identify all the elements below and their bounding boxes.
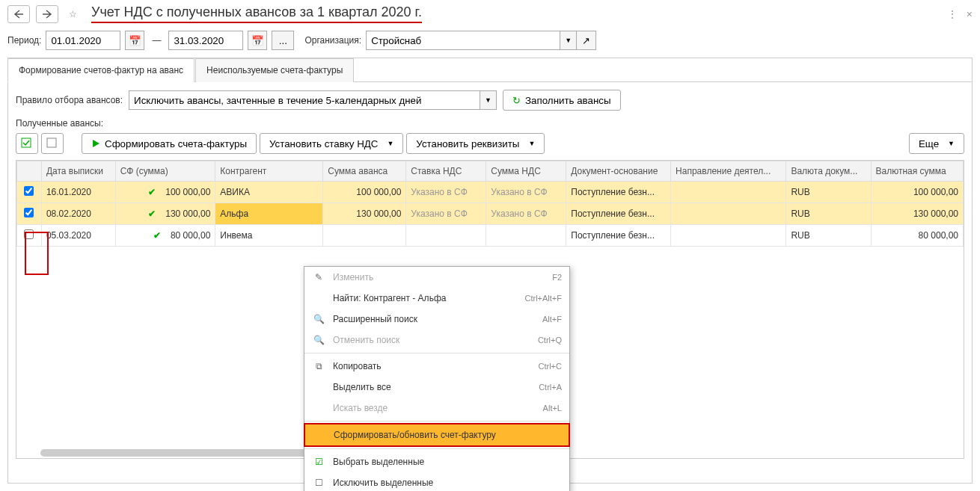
cell-vat[interactable]	[406, 225, 486, 247]
row-checkbox[interactable]	[24, 229, 34, 239]
more-button[interactable]: Еще▼	[909, 133, 964, 154]
cell-contragent[interactable]: АВИКА	[215, 182, 323, 203]
row-checkbox[interactable]	[24, 186, 34, 196]
cell-vat[interactable]: Указано в СФ	[406, 182, 486, 203]
ctx-form-update-invoice[interactable]: Сформировать/обновить счет-фактуру	[304, 423, 570, 447]
ctx-search-everywhere: Искать везде Alt+L	[304, 398, 569, 419]
cell-cursum[interactable]: 130 000,00	[871, 203, 964, 225]
chevron-down-icon: ▼	[948, 140, 955, 147]
col-header-contr[interactable]: Контрагент	[215, 161, 323, 182]
tab-form-invoices[interactable]: Формирование счетов-фактур на аванс	[7, 58, 195, 82]
chevron-down-icon: ▼	[485, 96, 491, 104]
select-all-button[interactable]	[16, 133, 38, 154]
horizontal-scrollbar[interactable]	[40, 449, 340, 457]
uncheck-all-icon	[46, 138, 58, 149]
org-dropdown-button[interactable]: ▼	[560, 31, 577, 50]
cell-sf[interactable]: ✔ 130 000,00	[115, 203, 215, 225]
cell-dir[interactable]	[671, 225, 786, 247]
table-row[interactable]: 05.03.2020 ✔ 80 000,00 Инвема Поступлени…	[17, 225, 964, 247]
search-icon: 🔍	[312, 314, 325, 324]
more-icon[interactable]: ⋮	[947, 8, 958, 20]
cell-doc[interactable]: Поступление безн...	[566, 203, 671, 225]
chevron-down-icon: ▼	[565, 37, 572, 44]
set-vat-button[interactable]: Установить ставку НДС▼	[260, 133, 403, 154]
cell-contragent[interactable]: Альфа	[215, 203, 323, 225]
rule-label: Правило отбора авансов:	[16, 95, 123, 105]
col-header-cur[interactable]: Валюта докум...	[786, 161, 871, 182]
ctx-copy[interactable]: ⧉ Копировать Ctrl+C	[304, 356, 569, 377]
tab-unused-invoices[interactable]: Неиспользуемые счета-фактуры	[195, 58, 354, 82]
cell-currency[interactable]: RUB	[786, 203, 871, 225]
org-input[interactable]	[366, 31, 560, 50]
cell-sum[interactable]: 130 000,00	[323, 203, 406, 225]
dash: —	[152, 35, 161, 46]
col-header-doc[interactable]: Документ-основание	[566, 161, 671, 182]
close-icon[interactable]: ×	[967, 8, 973, 20]
cancel-search-icon: 🔍	[312, 335, 325, 345]
cell-contragent[interactable]: Инвема	[215, 225, 323, 247]
cell-vat[interactable]: Указано в СФ	[406, 203, 486, 225]
col-header-vat[interactable]: Ставка НДС	[406, 161, 486, 182]
row-checkbox[interactable]	[24, 208, 34, 217]
cell-doc[interactable]: Поступление безн...	[566, 225, 671, 247]
arrow-right-icon	[42, 10, 52, 19]
ctx-deselect-checked[interactable]: ☐ Исключить выделенные	[304, 472, 569, 491]
col-header-sum[interactable]: Сумма аванса	[323, 161, 406, 182]
refresh-icon: ↻	[512, 95, 521, 106]
form-invoices-button[interactable]: Сформировать счета-фактуры	[82, 133, 257, 154]
chevron-down-icon: ▼	[387, 140, 393, 147]
calendar-icon: 📅	[251, 35, 264, 46]
calendar-to-button[interactable]: 📅	[248, 31, 267, 50]
deselect-all-button[interactable]	[41, 133, 64, 154]
col-header-check[interactable]	[17, 161, 42, 182]
cell-sf[interactable]: ✔ 100 000,00	[115, 182, 215, 203]
period-more-button[interactable]: ...	[272, 31, 294, 50]
pencil-icon: ✎	[312, 272, 325, 282]
cell-vatsum[interactable]	[486, 225, 566, 247]
ctx-select-all[interactable]: Выделить все Ctrl+A	[304, 377, 569, 398]
cell-cursum[interactable]: 100 000,00	[871, 182, 964, 203]
back-button[interactable]	[7, 5, 30, 23]
set-requisites-button[interactable]: Установить реквизиты▼	[406, 133, 545, 154]
calendar-from-button[interactable]: 📅	[125, 31, 144, 50]
col-header-dir[interactable]: Направление деятел...	[671, 161, 786, 182]
col-header-sf[interactable]: СФ (сумма)	[115, 161, 215, 182]
cell-dir[interactable]	[671, 203, 786, 225]
table-row[interactable]: 16.01.2020 ✔ 100 000,00 АВИКА 100 000,00…	[17, 182, 964, 203]
ctx-select-checked[interactable]: ☑ Выбрать выделенные	[304, 451, 569, 472]
check-icon: ☑	[312, 457, 325, 467]
cell-currency[interactable]: RUB	[786, 225, 871, 247]
cell-sum[interactable]: 100 000,00	[323, 182, 406, 203]
section-label: Полученные авансы:	[16, 118, 964, 129]
svg-rect-0	[22, 138, 31, 147]
cell-dir[interactable]	[671, 182, 786, 203]
rule-dropdown-button[interactable]: ▼	[480, 90, 497, 110]
table-row[interactable]: 08.02.2020 ✔ 130 000,00 Альфа 130 000,00…	[17, 203, 964, 225]
cell-sum[interactable]	[323, 225, 406, 247]
cell-currency[interactable]: RUB	[786, 182, 871, 203]
copy-icon: ⧉	[312, 361, 325, 371]
col-header-cursum[interactable]: Валютная сумма	[871, 161, 964, 182]
ctx-find[interactable]: Найти: Контрагент - Альфа Ctrl+Alt+F	[304, 288, 569, 309]
check-all-icon	[21, 138, 33, 149]
cell-doc[interactable]: Поступление безн...	[566, 182, 671, 203]
cell-vatsum[interactable]: Указано в СФ	[486, 182, 566, 203]
cell-vatsum[interactable]: Указано в СФ	[486, 203, 566, 225]
cell-date[interactable]: 16.01.2020	[41, 182, 115, 203]
cell-date[interactable]: 05.03.2020	[41, 225, 115, 247]
favorite-icon[interactable]: ☆	[64, 6, 81, 22]
forward-button[interactable]	[36, 5, 58, 23]
col-header-vatsum[interactable]: Сумма НДС	[486, 161, 566, 182]
rule-select[interactable]	[129, 90, 480, 110]
period-from-input[interactable]	[46, 31, 120, 50]
period-to-input[interactable]	[168, 31, 243, 50]
org-open-button[interactable]: ↗	[577, 31, 596, 50]
calendar-icon: 📅	[129, 35, 141, 46]
cell-sf[interactable]: ✔ 80 000,00	[115, 225, 215, 247]
col-header-date[interactable]: Дата выписки	[41, 161, 115, 182]
ctx-adv-search[interactable]: 🔍 Расширенный поиск Alt+F	[304, 309, 569, 330]
fill-advances-button[interactable]: ↻ Заполнить авансы	[503, 90, 621, 111]
cell-cursum[interactable]: 80 000,00	[871, 225, 964, 247]
play-icon	[91, 139, 100, 148]
cell-date[interactable]: 08.02.2020	[41, 203, 115, 225]
